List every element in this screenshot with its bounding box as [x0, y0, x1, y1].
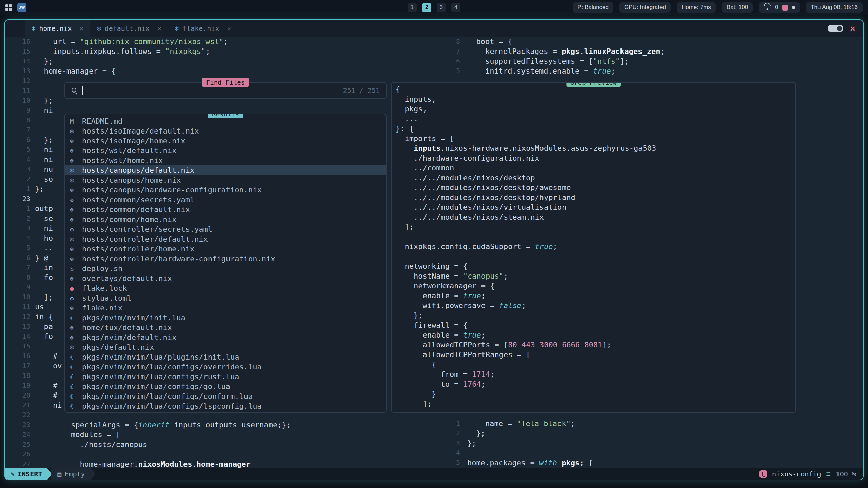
code-text: supportedFilesystems = ["ntfs"]; — [460, 56, 629, 66]
file-status-segment: ▤ Empty — [51, 468, 91, 480]
code-token: true — [593, 67, 611, 75]
code-text: ../common — [396, 163, 454, 173]
code-text: }; — [460, 438, 476, 448]
code-token: ]; — [602, 341, 611, 349]
tab-close-button[interactable]: × — [227, 25, 231, 32]
code-token: ; — [571, 419, 575, 428]
result-item[interactable]: ☾pkgs/nvim/nvim/lua/plugins/init.lua — [65, 352, 386, 362]
logo-badge[interactable]: JW — [17, 3, 26, 12]
code-token: ./hosts/canopus — [35, 440, 147, 449]
code-line: allowedTCPPorts = [80 443 3000 6666 8081… — [396, 340, 795, 350]
code-line: imports = [ — [396, 134, 795, 143]
code-text: { — [396, 360, 436, 369]
right-split-bottom[interactable]: 1 name = "Tela-black";2 };3};45home.pack… — [448, 419, 863, 468]
code-token: }; — [467, 429, 485, 438]
result-item[interactable]: ⚙hosts/controller/secrets.yaml — [65, 224, 386, 234]
code-token: "Tela-black" — [517, 419, 571, 428]
tab-flake.nix[interactable]: ❄flake.nix× — [168, 20, 238, 37]
code-token: se — [35, 214, 53, 223]
notification-count[interactable]: 0 — [775, 4, 778, 11]
result-item[interactable]: $deploy.sh — [65, 264, 386, 273]
result-item[interactable]: ❄hosts/common/default.nix — [65, 205, 386, 215]
code-line: enable = true; — [396, 291, 795, 301]
code-text: ni — [31, 155, 53, 164]
result-item[interactable]: ❄hosts/controller/default.nix — [65, 234, 386, 244]
result-item[interactable]: ❄pkgs/default.nix — [65, 342, 386, 352]
result-item[interactable]: ❄hosts/isoImage/home.nix — [65, 136, 386, 146]
result-item[interactable]: ❄hosts/controller/home.nix — [65, 244, 386, 254]
line-number: 5 — [448, 66, 460, 76]
result-item[interactable]: ●flake.lock — [65, 283, 386, 293]
apps-grid-icon[interactable] — [5, 4, 12, 11]
result-item[interactable]: ☾pkgs/nvim/nvim/lua/configs/lspconfig.lu… — [65, 401, 386, 411]
code-line: nixpkgs.config.cudaSupport = true; — [396, 242, 795, 251]
result-item[interactable]: ☾pkgs/nvim/nvim/lua/configs/overrides.lu… — [65, 362, 386, 372]
result-item[interactable]: ❄hosts/wsl/home.nix — [65, 156, 386, 165]
tab-close-button[interactable]: × — [157, 25, 161, 32]
result-item[interactable]: ❄hosts/common/home.nix — [65, 215, 386, 224]
nix-icon: ❄ — [70, 127, 82, 135]
code-token: { — [396, 360, 436, 369]
workspace-button-1[interactable]: 1 — [408, 3, 417, 12]
result-item[interactable]: ☾pkgs/nvim/nvim/init.lua — [65, 313, 386, 323]
result-item[interactable]: ❄home/tux/default.nix — [65, 323, 386, 332]
code-line: 16 url = "github:nix-community/nixos-wsl… — [5, 37, 446, 46]
result-filename: deploy.sh — [82, 264, 122, 273]
toggle-switch[interactable] — [828, 25, 843, 32]
code-line: firewall = { — [396, 320, 795, 330]
tab-close-button[interactable]: × — [80, 25, 83, 32]
status-segment: Bat: 100 — [722, 2, 753, 13]
tab-home.nix[interactable]: ❄home.nix× — [25, 20, 90, 37]
result-item[interactable]: ❄hosts/controller/hardware-configuration… — [65, 254, 386, 264]
code-token: }; — [35, 57, 53, 65]
result-item[interactable]: ⚙stylua.toml — [65, 293, 386, 303]
result-item[interactable]: ❄hosts/wsl/default.nix — [65, 146, 386, 156]
result-item[interactable]: ☾pkgs/nvim/nvim/lua/configs/go.lua — [65, 382, 386, 391]
code-text — [31, 86, 35, 96]
result-item[interactable]: ❄pkgs/nvim/default.nix — [65, 332, 386, 342]
result-item[interactable]: ☾pkgs/nvim/nvim/lua/configs/rust.lua — [65, 372, 386, 382]
code-token: supportedFilesystems = [ — [467, 57, 593, 65]
result-item[interactable]: ❄hosts/canopus/hardware-configuration.ni… — [65, 185, 386, 195]
code-line: inputs, — [396, 94, 795, 104]
code-line — [396, 232, 795, 242]
code-token: ni — [35, 145, 53, 154]
code-token: 6666 — [562, 341, 580, 349]
result-filename: hosts/canopus/home.nix — [82, 176, 181, 184]
status-segment: GPU: Integrated — [619, 2, 671, 13]
code-token: fo — [35, 273, 53, 282]
window-close-button[interactable]: × — [850, 24, 855, 33]
palette-icon[interactable] — [782, 5, 788, 11]
status-dot-icon — [792, 6, 795, 9]
code-token: nu — [35, 165, 53, 174]
result-item[interactable]: ❄overlays/default.nix — [65, 273, 386, 283]
workspace-button-3[interactable]: 3 — [437, 3, 446, 12]
code-text: # — [31, 381, 57, 390]
code-text: } @ — [31, 253, 48, 263]
code-line: { — [396, 360, 795, 369]
result-item[interactable]: ❄hosts/canopus/default.nix — [65, 165, 386, 175]
result-item[interactable]: ❄flake.nix — [65, 303, 386, 313]
code-line: 7 kernelPackages = pkgs.linuxPackages_ze… — [448, 46, 863, 56]
code-line: ../common — [396, 163, 795, 173]
result-item[interactable]: ⚙hosts/common/secrets.yaml — [65, 195, 386, 205]
tab-default.nix[interactable]: ❄default.nix× — [90, 20, 168, 37]
workspace-button-4[interactable]: 4 — [451, 3, 460, 12]
code-token: ; [ — [579, 459, 593, 467]
result-item[interactable]: ❄hosts/canopus/home.nix — [65, 175, 386, 185]
line-number: 10 — [5, 96, 31, 105]
result-item[interactable]: ❄hosts/isoImage/default.nix — [65, 126, 386, 136]
lock-icon: ● — [70, 285, 82, 292]
code-token: ; — [660, 47, 665, 56]
code-token: pkgs — [561, 459, 579, 467]
result-item[interactable]: ☾pkgs/nvim/nvim/lua/configs/conform.lua — [65, 391, 386, 401]
right-split[interactable]: 8 boot = {7 kernelPackages = pkgs.linuxP… — [448, 37, 863, 76]
search-input[interactable]: Find Files 251 / 251 — [64, 82, 387, 99]
code-line: networkmanager = { — [396, 281, 795, 291]
code-text: }; — [396, 310, 422, 320]
workspace-button-2[interactable]: 2 — [422, 3, 431, 12]
code-token: ]; — [396, 223, 414, 231]
code-token: allowedTCPPortRanges = [ — [396, 350, 530, 359]
wifi-icon[interactable] — [764, 5, 771, 10]
nix-file-icon: ❄ — [32, 25, 35, 32]
